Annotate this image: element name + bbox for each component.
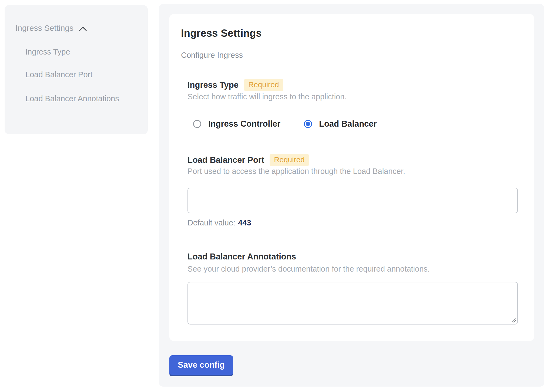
radio-label-load-balancer: Load Balancer	[319, 119, 377, 129]
page-title: Ingress Settings	[181, 28, 262, 39]
sidebar-item-ingress-type[interactable]: Ingress Type	[25, 48, 70, 56]
required-badge: Required	[270, 154, 309, 166]
settings-panel: Ingress Settings Configure Ingress Ingre…	[159, 4, 544, 387]
load-balancer-annotations-description: See your cloud provider’s documentation …	[187, 265, 430, 273]
load-balancer-port-description: Port used to access the application thro…	[187, 167, 405, 176]
radio-selected-icon[interactable]	[304, 120, 312, 128]
radio-option-ingress-controller[interactable]: Ingress Controller	[193, 119, 280, 129]
sidebar-item-load-balancer-port[interactable]: Load Balancer Port	[25, 70, 92, 79]
radio-unselected-icon[interactable]	[193, 120, 201, 128]
default-value-number: 443	[238, 218, 251, 227]
required-badge: Required	[244, 79, 283, 91]
load-balancer-port-label-row: Load Balancer Port Required	[187, 154, 309, 166]
sidebar-section-label: Ingress Settings	[15, 23, 73, 33]
load-balancer-annotations-textarea[interactable]	[187, 282, 518, 325]
default-value-row: Default value: 443	[187, 218, 251, 227]
chevron-up-icon	[79, 26, 87, 31]
radio-label-ingress-controller: Ingress Controller	[208, 119, 280, 129]
save-config-button[interactable]: Save config	[169, 355, 233, 376]
load-balancer-annotations-label-row: Load Balancer Annotations	[187, 252, 296, 262]
ingress-settings-card: Ingress Settings Configure Ingress Ingre…	[169, 14, 534, 341]
load-balancer-port-input[interactable]	[187, 188, 518, 213]
ingress-type-label-row: Ingress Type Required	[187, 79, 283, 91]
page-subtitle: Configure Ingress	[181, 51, 243, 60]
sidebar-item-load-balancer-annotations[interactable]: Load Balancer Annotations	[25, 90, 120, 107]
ingress-type-description: Select how traffic will ingress to the a…	[187, 92, 347, 101]
default-value-label: Default value:	[187, 218, 235, 227]
settings-nav-sidebar: Ingress Settings Ingress Type Load Balan…	[5, 5, 148, 134]
radio-option-load-balancer[interactable]: Load Balancer	[304, 119, 377, 129]
load-balancer-annotations-field	[187, 282, 518, 325]
resize-handle-icon[interactable]	[511, 317, 516, 323]
load-balancer-annotations-label: Load Balancer Annotations	[187, 252, 296, 262]
sidebar-section-ingress-settings[interactable]: Ingress Settings	[15, 23, 87, 33]
ingress-type-label: Ingress Type	[187, 80, 239, 90]
load-balancer-port-label: Load Balancer Port	[187, 155, 264, 165]
